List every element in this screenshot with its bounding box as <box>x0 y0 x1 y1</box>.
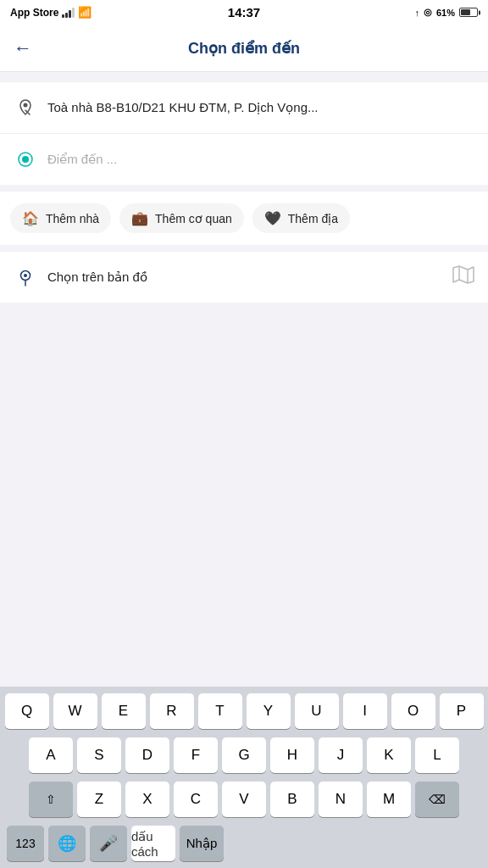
map-outline-icon <box>452 265 474 289</box>
home-icon: 🏠 <box>22 210 39 226</box>
battery-icon <box>459 8 478 17</box>
office-icon: 💼 <box>131 210 148 226</box>
key-i[interactable]: I <box>343 693 387 729</box>
origin-row: Toà nhà B8-B10/D21 KHU ĐTM, P. Dịch Vọng… <box>0 82 488 134</box>
keyboard-row-4: 123 🌐 🎤 dấu cách Nhập <box>3 826 485 861</box>
key-n[interactable]: N <box>319 782 363 817</box>
signal-bar-2 <box>65 13 68 18</box>
status-left: App Store 📶 <box>10 6 92 19</box>
add-favorite-button[interactable]: 🖤 Thêm địa <box>252 203 350 233</box>
back-arrow-icon[interactable]: ← <box>14 37 32 59</box>
quick-actions: 🏠 Thêm nhà 💼 Thêm cơ quan 🖤 Thêm địa <box>0 192 488 245</box>
space-key[interactable]: dấu cách <box>131 826 175 861</box>
key-z[interactable]: Z <box>77 782 121 817</box>
keyboard-row-2: A S D F G H J K L <box>3 737 485 773</box>
direction-icon: ↑ <box>414 8 419 18</box>
favorite-icon: 🖤 <box>264 210 281 226</box>
battery-percent: 61% <box>436 8 455 18</box>
key-t[interactable]: T <box>198 693 242 729</box>
add-favorite-label: Thêm địa <box>288 212 338 225</box>
destination-placeholder[interactable]: Điểm đến ... <box>47 152 117 167</box>
key-b[interactable]: B <box>270 782 314 817</box>
add-office-label: Thêm cơ quan <box>155 212 232 225</box>
location-card: Toà nhà B8-B10/D21 KHU ĐTM, P. Dịch Vọng… <box>0 82 488 185</box>
status-time: 14:37 <box>228 5 260 19</box>
key-p[interactable]: P <box>440 693 484 729</box>
key-v[interactable]: V <box>222 782 266 817</box>
key-u[interactable]: U <box>295 693 339 729</box>
status-bar: App Store 📶 14:37 ↑ ◎ 61% <box>0 0 488 25</box>
key-r[interactable]: R <box>150 693 194 729</box>
keyboard-row-1: Q W E R T Y U I O P <box>3 693 485 729</box>
key-o[interactable]: O <box>391 693 435 729</box>
add-office-button[interactable]: 💼 Thêm cơ quan <box>119 203 244 233</box>
key-q[interactable]: Q <box>5 693 49 729</box>
signal-bar-1 <box>62 14 64 18</box>
key-c[interactable]: C <box>174 782 218 817</box>
delete-key[interactable]: ⌫ <box>415 782 459 817</box>
keyboard-row-3: ⇧ Z X C V B N M ⌫ <box>3 782 485 817</box>
key-l[interactable]: L <box>415 737 459 773</box>
key-e[interactable]: E <box>102 693 146 729</box>
signal-bars <box>62 8 75 18</box>
key-w[interactable]: W <box>53 693 97 729</box>
nav-bar: ← Chọn điểm đến <box>0 25 488 72</box>
key-f[interactable]: F <box>174 737 218 773</box>
map-select-row[interactable]: Chọn trên bản đồ <box>0 252 488 303</box>
wifi-icon: 📶 <box>78 6 92 19</box>
key-s[interactable]: S <box>77 737 121 773</box>
key-m[interactable]: M <box>367 782 411 817</box>
carrier-text: App Store <box>10 7 58 19</box>
svg-marker-7 <box>453 266 474 283</box>
back-button[interactable]: ← <box>14 37 32 59</box>
map-pin-icon <box>14 265 37 289</box>
status-right: ↑ ◎ 61% <box>414 7 478 18</box>
main-content: Toà nhà B8-B10/D21 KHU ĐTM, P. Dịch Vọng… <box>0 72 488 320</box>
key-h[interactable]: H <box>270 737 314 773</box>
signal-bar-4 <box>72 8 75 18</box>
key-g[interactable]: G <box>222 737 266 773</box>
add-home-label: Thêm nhà <box>46 212 99 225</box>
origin-text: Toà nhà B8-B10/D21 KHU ĐTM, P. Dịch Vọng… <box>47 100 474 115</box>
svg-point-0 <box>24 103 28 108</box>
page-title: Chọn điểm đến <box>188 39 300 58</box>
destination-icon <box>14 147 37 171</box>
mic-key[interactable]: 🎤 <box>90 826 127 861</box>
map-select-card: Chọn trên bản đồ <box>0 252 488 303</box>
key-j[interactable]: J <box>319 737 363 773</box>
key-d[interactable]: D <box>125 737 169 773</box>
numbers-key[interactable]: 123 <box>7 826 44 861</box>
key-x[interactable]: X <box>125 782 169 817</box>
signal-bar-3 <box>69 10 71 18</box>
map-select-left: Chọn trên bản đồ <box>14 265 147 289</box>
key-k[interactable]: K <box>367 737 411 773</box>
destination-row[interactable]: Điểm đến ... <box>0 134 488 185</box>
origin-icon <box>14 96 37 120</box>
globe-key[interactable]: 🌐 <box>48 826 86 861</box>
enter-key[interactable]: Nhập <box>180 826 224 861</box>
key-y[interactable]: Y <box>247 693 291 729</box>
svg-point-5 <box>24 274 27 277</box>
key-a[interactable]: A <box>29 737 73 773</box>
shift-key[interactable]: ⇧ <box>29 782 73 817</box>
add-home-button[interactable]: 🏠 Thêm nhà <box>10 203 111 233</box>
map-select-text: Chọn trên bản đồ <box>47 270 147 285</box>
svg-point-3 <box>22 156 29 163</box>
keyboard[interactable]: Q W E R T Y U I O P A S D F G H J K L ⇧ … <box>0 687 488 868</box>
location-icon: ◎ <box>424 7 432 18</box>
